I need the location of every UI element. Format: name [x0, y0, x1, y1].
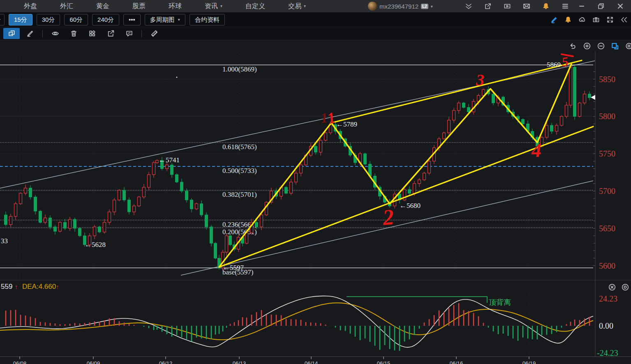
- titlebar-icons: [465, 0, 569, 12]
- panel-borders: [0, 40, 631, 357]
- close-circle-icon[interactable]: [608, 283, 617, 292]
- app-window: { "titlebar": { "menus": [ {"label":"外盘"…: [0, 0, 631, 364]
- pencil-icon[interactable]: [22, 28, 38, 39]
- titlebar-menu-item-6[interactable]: 资讯▾: [193, 0, 234, 12]
- zoom-out-icon[interactable]: [596, 41, 606, 51]
- up-arrow-icon: ↑: [15, 283, 18, 290]
- period-button-partial[interactable]: 分: [0, 14, 5, 25]
- titlebar-menu-item-8[interactable]: 交易▾: [277, 0, 317, 12]
- price-axis: 585058005750570056505600: [591, 71, 615, 270]
- titlebar-menu-item-7[interactable]: 自定义: [234, 0, 277, 12]
- eye-icon[interactable]: [47, 28, 63, 39]
- period-button-60分[interactable]: 60分: [64, 14, 88, 25]
- divergence-text: 顶背离: [489, 298, 511, 306]
- date-axis-label: 06/12: [159, 360, 173, 364]
- multi-period-label: 多周期图: [150, 14, 175, 25]
- menu-label: 外汇: [60, 0, 73, 12]
- minimize-icon[interactable]: [578, 2, 585, 10]
- l2-badge: L2: [421, 4, 428, 9]
- date-axis-label: 06/15: [377, 360, 391, 364]
- period-button-15分[interactable]: 15分: [9, 14, 32, 25]
- macd-dea-value: DEA:4.660: [22, 283, 56, 290]
- bell-icon[interactable]: [542, 2, 550, 10]
- window-controls: [578, 0, 624, 12]
- chart-canvas: 1.000(5869)0.618(5765)0.500(5733)0.382(5…: [0, 0, 631, 364]
- mail-icon[interactable]: [522, 2, 530, 10]
- ruler-icon[interactable]: [146, 28, 162, 39]
- dea-line: [0, 303, 593, 340]
- trendline-annotations[interactable]: [219, 60, 593, 267]
- titlebar-menus: 外盘外汇黄金股票环球资讯▾自定义交易▾: [12, 0, 317, 12]
- menu-label: 黄金: [96, 0, 109, 12]
- settings-icon[interactable]: [624, 41, 631, 51]
- macd-corner-icons: [608, 283, 630, 292]
- collapse-icon[interactable]: [620, 16, 628, 23]
- export-icon[interactable]: [102, 28, 119, 39]
- price-axis-label: 5600: [599, 261, 615, 270]
- fullscreen-icon[interactable]: [606, 16, 614, 23]
- video-icon[interactable]: [503, 2, 511, 10]
- close-icon[interactable]: [616, 2, 624, 10]
- layers-icon[interactable]: [465, 2, 472, 10]
- price-axis-label: 5750: [599, 149, 615, 158]
- avatar: [368, 2, 377, 11]
- wave-number: 3: [476, 71, 484, 89]
- titlebar-menu-item-4[interactable]: 股票: [121, 0, 157, 12]
- grid-icon[interactable]: [84, 28, 100, 39]
- chevron-down-icon: ▾: [178, 14, 180, 25]
- overlap-icon[interactable]: [3, 28, 20, 39]
- wave-number: 4: [531, 139, 541, 161]
- menu-label: 交易: [288, 0, 301, 12]
- macd-axis: 24.230.00-24.23: [597, 294, 618, 357]
- current-price-marker: [591, 95, 595, 100]
- restore-icon[interactable]: [597, 2, 605, 10]
- price-tag: 33: [1, 237, 8, 245]
- wave-count-annotations[interactable]: 112345: [176, 54, 573, 230]
- zoom-in-icon[interactable]: [582, 41, 592, 51]
- titlebar-menu-item-3[interactable]: 黄金: [85, 0, 121, 12]
- price-tag: ←5789: [336, 120, 357, 128]
- price-axis-label: 5850: [599, 75, 615, 84]
- date-axis-label: 06/08: [13, 360, 27, 364]
- chevron-down-icon: ▾: [431, 4, 433, 9]
- toolbar-divider: [42, 30, 43, 37]
- chart-corner-icons: [569, 41, 631, 51]
- candlestick-series: [5, 65, 591, 270]
- cloud-icon[interactable]: [578, 16, 586, 23]
- edit-icon[interactable]: [550, 16, 558, 23]
- date-axis: 06/0806/0906/1206/1306/1406/1506/1606/19: [13, 357, 536, 364]
- trash-icon[interactable]: [65, 28, 82, 39]
- multi-period-button[interactable]: 多周期图 ▾: [145, 14, 185, 25]
- user-account[interactable]: mx239647912 L2 ▾: [368, 0, 433, 12]
- camera-icon[interactable]: [592, 16, 600, 23]
- share-icon[interactable]: [484, 2, 492, 10]
- fib-label: 1.000(5869): [222, 65, 257, 73]
- contract-info-button[interactable]: 合约资料: [190, 14, 225, 25]
- fib-label: 0.618(5765): [222, 143, 257, 151]
- period-button-240分[interactable]: 240分: [92, 14, 119, 25]
- macd-header: 559↑DEA:4.660↑: [1, 283, 59, 290]
- date-axis-label: 06/09: [87, 360, 100, 364]
- titlebar-menu-item-5[interactable]: 环球: [157, 0, 193, 12]
- menu-label: 外盘: [24, 0, 37, 12]
- price-tag: ←5628: [85, 241, 106, 249]
- period-button-30分[interactable]: 30分: [37, 14, 60, 25]
- more-periods-button[interactable]: •••: [123, 14, 141, 25]
- list-icon[interactable]: [561, 2, 569, 10]
- chevron-down-icon: ▾: [304, 0, 306, 12]
- divergence-annotation[interactable]: 顶背离: [347, 297, 511, 306]
- layout-icon[interactable]: [610, 41, 619, 51]
- menu-label: 环球: [169, 0, 182, 12]
- chevron-down-icon: ▾: [220, 0, 222, 12]
- titlebar-menu-item-1[interactable]: 外盘: [12, 0, 49, 12]
- drawing-toolbar: [0, 27, 631, 40]
- menu-label: 股票: [132, 0, 146, 12]
- price-axis-label: 5650: [599, 224, 615, 233]
- settings-circle-icon[interactable]: [621, 283, 630, 292]
- titlebar-menu-item-2[interactable]: 外汇: [49, 0, 85, 12]
- macd-diff-value: 559: [1, 283, 12, 290]
- comment-icon[interactable]: [121, 28, 137, 39]
- undo-icon[interactable]: [569, 41, 578, 51]
- bell-icon[interactable]: [564, 16, 572, 23]
- fib-label: 0.382(5701): [222, 191, 257, 198]
